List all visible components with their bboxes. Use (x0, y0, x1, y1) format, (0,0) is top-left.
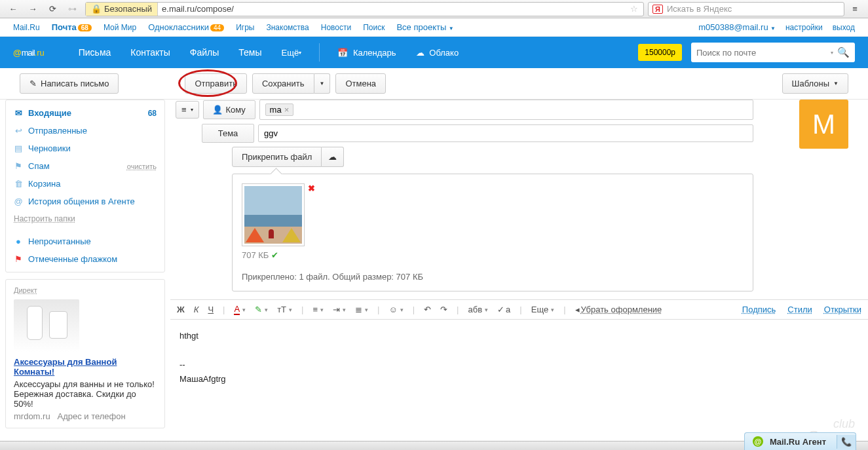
emoji-button[interactable]: ☺ (388, 305, 403, 314)
address-bar[interactable]: 🔒 Безопасный e.mail.ru/compose/ ☆ (85, 2, 644, 16)
underline-button[interactable]: Ч (208, 305, 214, 314)
sidebar-item-spam[interactable]: ⚑Спамочистить (6, 157, 164, 175)
attachment-box: ✖ 707 КБ ✔ Прикреплено: 1 файл. Общий ра… (232, 174, 753, 291)
link-znakomstva[interactable]: Знакомства (266, 23, 309, 32)
attachment-thumbnail[interactable] (242, 183, 305, 246)
bookmark-star-icon[interactable]: ☆ (625, 4, 643, 14)
chip-remove-icon[interactable]: × (284, 105, 290, 115)
nav-pisma[interactable]: Письма (70, 37, 120, 68)
key-icon[interactable]: ⊶ (63, 2, 81, 16)
inbox-count: 68 (148, 109, 157, 118)
link-exit[interactable]: выход (833, 23, 855, 32)
font-size-button[interactable]: тТ (277, 305, 292, 314)
save-dropdown[interactable]: ▼ (314, 73, 331, 94)
subject-field[interactable]: ggv (258, 124, 753, 142)
remove-formatting[interactable]: ◂ Убрать оформление (575, 305, 662, 314)
nav-kalendar[interactable]: 📅 Календарь (329, 37, 404, 68)
search-icon[interactable]: 🔍 (837, 47, 850, 58)
translit-button[interactable]: абв (468, 305, 489, 314)
nav-kontakty[interactable]: Контакты (122, 37, 178, 68)
avatar: М (799, 100, 848, 149)
to-field[interactable]: ma× (259, 100, 753, 120)
send-button[interactable]: Отправить (185, 73, 246, 94)
calendar-icon: 📅 (337, 48, 348, 58)
highlight-button[interactable]: ✎ (255, 305, 268, 314)
undo-button[interactable]: ↶ (424, 305, 431, 314)
pochta-badge: 68 (78, 24, 92, 31)
mail-search[interactable]: ▾ 🔍 (691, 43, 855, 62)
attach-file-button[interactable]: Прикрепить файл (232, 147, 322, 167)
sidebar: ✉Входящие68 ↩Отправленные ▤Черновики ⚑Сп… (0, 100, 170, 450)
browser-toolbar: ← → ⟳ ⊶ 🔒 Безопасный e.mail.ru/compose/ … (0, 0, 868, 18)
menu-icon[interactable]: ≡ (846, 2, 864, 16)
compose-toolbar: ✎Написать письмо Отправить Сохранить ▼ О… (0, 68, 868, 100)
link-poisk[interactable]: Поиск (363, 23, 385, 32)
link-mailru[interactable]: Mail.Ru (13, 23, 40, 32)
mailru-logo[interactable]: @mail.ru (13, 48, 45, 58)
italic-button[interactable]: К (194, 305, 199, 314)
phone-icon[interactable]: 📞 (837, 435, 856, 449)
link-moimir[interactable]: Мой Мир (104, 23, 136, 32)
link-settings[interactable]: настройки (785, 23, 823, 32)
redo-button[interactable]: ↷ (440, 305, 447, 314)
to-label[interactable]: 👤Кому (203, 100, 255, 119)
agent-bar[interactable]: @ Mail.Ru Агент 📞 (744, 432, 856, 450)
link-pochta[interactable]: Почта68 (52, 22, 92, 32)
ad-text: Аксессуары для ванны и не только! Бережн… (14, 379, 157, 409)
subject-value: ggv (264, 128, 278, 138)
compose-options-button[interactable]: ≡ ▾ (176, 101, 199, 119)
sidebar-item-drafts[interactable]: ▤Черновики (6, 140, 164, 157)
link-vse-proekty[interactable]: Все проекты ▼ (396, 22, 453, 32)
nav-temy[interactable]: Темы (230, 37, 270, 68)
recipient-chip[interactable]: ma× (265, 103, 294, 116)
compose-button[interactable]: ✎Написать письмо (20, 73, 119, 94)
sidebar-item-sent[interactable]: ↩Отправленные (6, 122, 164, 140)
more-tools-button[interactable]: Еще (531, 305, 554, 314)
mail-search-input[interactable] (696, 48, 831, 58)
sidebar-item-unread[interactable]: ●Непрочитанные (6, 233, 164, 250)
signature-link[interactable]: Подпись (742, 305, 776, 314)
styles-link[interactable]: Стили (787, 305, 812, 314)
body-text: hthgt (179, 329, 859, 343)
sidebar-item-inbox[interactable]: ✉Входящие68 (6, 104, 164, 122)
cancel-button[interactable]: Отмена (335, 73, 386, 94)
attachment-delete-icon[interactable]: ✖ (308, 183, 315, 193)
yandex-search[interactable]: Я Искать в Яндекс (648, 2, 844, 16)
sidebar-item-history[interactable]: @История общения в Агенте (6, 193, 164, 210)
user-email[interactable]: m050388@mail.ru ▼ (698, 22, 776, 32)
nav-oblako[interactable]: ☁ Облако (407, 37, 468, 68)
editor-toolbar: Ж К Ч | А ✎ тТ | ≡ ⇥ ≣ | ☺ | ↶ ↷ | абв ✓… (170, 299, 868, 320)
list-button[interactable]: ≣ (355, 305, 368, 314)
text-color-button[interactable]: А (234, 304, 246, 315)
save-button[interactable]: Сохранить (252, 73, 314, 94)
cloud-icon: ☁ (416, 48, 425, 58)
cards-link[interactable]: Открытки (824, 305, 861, 314)
main-header: @mail.ru Письма Контакты Файлы Темы Ещё … (0, 37, 868, 68)
attachment-size: 707 КБ ✔ (242, 250, 305, 260)
back-icon[interactable]: ← (4, 2, 22, 16)
search-dropdown-icon[interactable]: ▾ (831, 50, 833, 56)
agent-label: Mail.Ru Агент (770, 437, 826, 447)
trash-icon: 🗑 (14, 179, 23, 189)
reload-icon[interactable]: ⟳ (43, 2, 62, 16)
attach-cloud-button[interactable]: ☁ (322, 147, 344, 167)
templates-button[interactable]: Шаблоны ▼ (782, 73, 848, 94)
forward-icon[interactable]: → (24, 2, 42, 16)
link-igry[interactable]: Игры (236, 23, 254, 32)
spam-clear[interactable]: очистить (127, 162, 157, 170)
bold-button[interactable]: Ж (177, 305, 185, 314)
indent-button[interactable]: ⇥ (333, 305, 346, 314)
ad-image[interactable] (14, 299, 79, 352)
editor-body[interactable]: hthgt -- МашаAfgtrg (170, 320, 868, 396)
ad-link[interactable]: Аксессуары для Ванной Комнаты! (14, 357, 117, 377)
sidebar-item-flagged[interactable]: ⚑Отмеченные флажком (6, 250, 164, 268)
link-novosti[interactable]: Новости (321, 23, 351, 32)
sidebar-configure[interactable]: Настроить папки (6, 210, 164, 227)
sidebar-item-trash[interactable]: 🗑Корзина (6, 175, 164, 193)
spellcheck-button[interactable]: ✓а (497, 305, 510, 314)
nav-faily[interactable]: Файлы (181, 37, 227, 68)
nav-eshe[interactable]: Ещё ▾ (273, 37, 311, 68)
link-odnoklassniki[interactable]: Одноклассники44 (148, 22, 224, 32)
align-button[interactable]: ≡ (312, 305, 324, 314)
promo-button[interactable]: 150000р (638, 44, 682, 61)
